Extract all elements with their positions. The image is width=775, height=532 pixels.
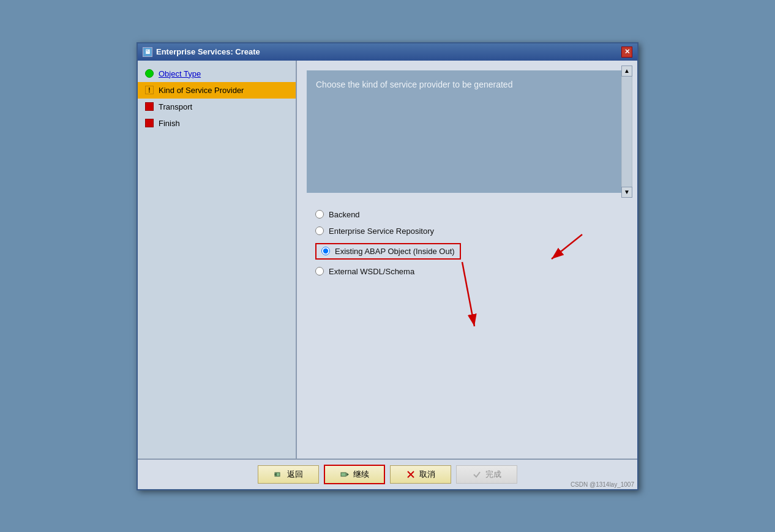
nav-item-kind-of-service[interactable]: Kind of Service Provider: [138, 82, 296, 99]
radio-existing-abap-input[interactable]: [321, 247, 330, 255]
radio-esr-input[interactable]: [315, 227, 324, 235]
finish-icon: [472, 470, 482, 479]
title-bar-left: 🖥 Enterprise Services: Create: [143, 47, 260, 57]
enterprise-services-dialog: 🖥 Enterprise Services: Create ✕ Object T…: [137, 42, 638, 490]
dialog-title: Enterprise Services: Create: [156, 47, 260, 56]
scroll-down-button[interactable]: ▼: [621, 187, 632, 198]
radio-backend-input[interactable]: [315, 210, 324, 219]
svg-rect-6: [341, 473, 346, 476]
nav-label-finish: Finish: [159, 119, 180, 128]
scrollbar[interactable]: ▲ ▼: [621, 66, 632, 198]
back-button[interactable]: 返回: [258, 465, 319, 484]
cancel-button[interactable]: 取消: [390, 465, 451, 484]
finish-label: 完成: [485, 469, 501, 480]
nav-item-object-type[interactable]: Object Type: [138, 66, 296, 82]
nav-label-kind-of-service: Kind of Service Provider: [159, 86, 244, 95]
radio-section: Backend Enterprise Service Repository Ex…: [297, 198, 637, 288]
radio-backend[interactable]: Backend: [315, 210, 619, 219]
status-error-icon-transport: [145, 102, 154, 111]
nav-label-object-type: Object Type: [159, 69, 201, 78]
info-box: Choose the kind of service provider to b…: [307, 70, 627, 193]
left-nav-panel: Object Type Kind of Service Provider Tra…: [138, 61, 297, 459]
radio-existing-abap-label: Existing ABAP Object (Inside Out): [335, 247, 455, 256]
back-icon: [274, 470, 283, 479]
radio-backend-label: Backend: [329, 210, 360, 219]
back-label: 返回: [287, 469, 303, 480]
status-green-icon: [145, 69, 154, 78]
cancel-label: 取消: [419, 469, 435, 480]
highlighted-option-box: Existing ABAP Object (Inside Out): [315, 243, 461, 260]
dialog-body: Object Type Kind of Service Provider Tra…: [138, 61, 637, 459]
status-error-icon-finish: [145, 119, 154, 127]
nav-item-transport[interactable]: Transport: [138, 99, 296, 115]
radio-external-wsdl-input[interactable]: [315, 267, 324, 275]
continue-label: 继续: [353, 469, 369, 480]
nav-label-transport: Transport: [159, 102, 192, 111]
status-warning-icon: [145, 86, 154, 94]
scroll-track: [622, 77, 632, 187]
nav-item-finish[interactable]: Finish: [138, 115, 296, 132]
info-text: Choose the kind of service provider to b…: [316, 80, 512, 89]
continue-icon: [340, 470, 350, 479]
close-button[interactable]: ✕: [621, 47, 632, 58]
cancel-icon: [406, 470, 416, 479]
radio-existing-abap[interactable]: Existing ABAP Object (Inside Out): [315, 243, 619, 260]
dialog-icon: 🖥: [143, 47, 152, 57]
right-content-panel: Choose the kind of service provider to b…: [297, 61, 637, 459]
button-bar: 返回 继续 取消: [138, 459, 637, 489]
radio-esr-label: Enterprise Service Repository: [329, 227, 434, 236]
radio-external-wsdl[interactable]: External WSDL/Schema: [315, 267, 619, 276]
radio-esr[interactable]: Enterprise Service Repository: [315, 227, 619, 236]
finish-button: 完成: [456, 465, 517, 484]
svg-marker-7: [346, 473, 349, 476]
scroll-up-button[interactable]: ▲: [621, 66, 632, 77]
continue-button[interactable]: 继续: [324, 465, 385, 484]
watermark: CSDN @1314lay_1007: [571, 481, 634, 488]
radio-external-wsdl-label: External WSDL/Schema: [329, 267, 414, 276]
title-bar: 🖥 Enterprise Services: Create ✕: [138, 43, 637, 61]
